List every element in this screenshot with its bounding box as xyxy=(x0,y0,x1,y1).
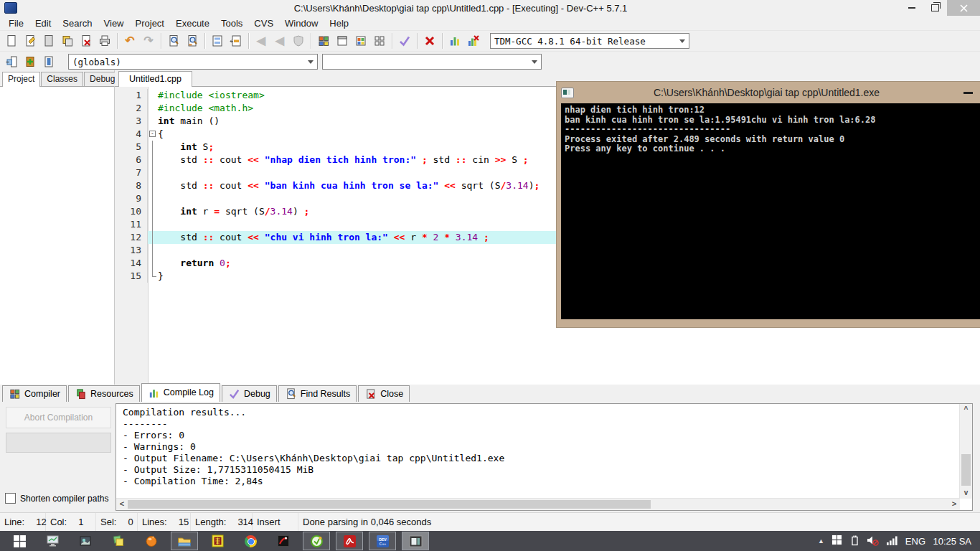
console-window[interactable]: C:\Users\Khánh\Desktop\giai tap cpp\Unti… xyxy=(556,81,980,328)
menu-cvs[interactable]: CVS xyxy=(248,17,279,30)
menu-view[interactable]: View xyxy=(98,17,130,30)
close-icon xyxy=(364,387,377,400)
insert-button[interactable] xyxy=(2,53,21,70)
fold-marker xyxy=(148,141,158,154)
panel-tab-classes[interactable]: Classes xyxy=(41,72,83,86)
find-button[interactable] xyxy=(164,32,183,50)
menu-file[interactable]: File xyxy=(3,17,29,30)
compiler-select[interactable]: TDM-GCC 4.8.1 64-bit Release xyxy=(490,33,689,49)
chevron-down-icon xyxy=(679,39,685,46)
scroll-up-icon[interactable]: ^ xyxy=(960,404,972,415)
console-titlebar[interactable]: C:\Users\Khánh\Desktop\giai tap cpp\Unti… xyxy=(557,82,980,103)
taskbar-item-explorer[interactable] xyxy=(171,532,198,550)
taskbar-item-media[interactable] xyxy=(270,532,297,550)
vertical-scroll-thumb[interactable] xyxy=(961,454,971,486)
fold-marker xyxy=(148,102,158,115)
start-button[interactable] xyxy=(6,532,33,550)
compile-log-output[interactable]: Compilation results...--------- Errors: … xyxy=(116,403,973,511)
report-tab-resources[interactable]: Resources xyxy=(68,385,140,402)
abort-compilation-button[interactable]: Abort Compilation xyxy=(6,407,111,428)
taskbar-item-devcpp[interactable]: DEVC++ xyxy=(369,532,396,550)
scroll-down-icon[interactable]: v xyxy=(960,487,972,499)
panel-tab-project[interactable]: Project xyxy=(2,72,40,87)
menu-window[interactable]: Window xyxy=(279,17,324,30)
scroll-right-icon[interactable]: > xyxy=(948,499,960,510)
add-bookmark-button[interactable] xyxy=(21,53,39,70)
menu-help[interactable]: Help xyxy=(324,17,354,30)
tray-volume-muted-icon[interactable] xyxy=(867,534,879,548)
taskbar-item-coccoc[interactable] xyxy=(138,532,165,550)
taskbar-item-console[interactable] xyxy=(402,532,429,550)
globals-select[interactable]: (globals) xyxy=(68,54,318,70)
console-output[interactable]: nhap dien tich hinh tron:12ban kinh cua … xyxy=(561,103,980,319)
menu-edit[interactable]: Edit xyxy=(29,17,57,30)
save-all-button[interactable] xyxy=(58,32,77,50)
close-button[interactable] xyxy=(947,0,980,16)
taskbar-item-acrobat[interactable] xyxy=(336,532,363,550)
tray-windows-icon[interactable] xyxy=(831,534,842,547)
menu-project[interactable]: Project xyxy=(130,17,170,30)
new-source-button[interactable] xyxy=(2,32,21,50)
run-button[interactable] xyxy=(420,32,439,50)
members-select[interactable] xyxy=(322,54,542,70)
compile-log-icon xyxy=(148,387,160,399)
taskbar-item-photos[interactable] xyxy=(72,532,99,550)
abort-button[interactable] xyxy=(289,32,308,50)
open-button[interactable] xyxy=(21,32,39,50)
tray-expand-icon[interactable]: ▲ xyxy=(818,537,824,545)
close-file-button[interactable] xyxy=(77,32,95,50)
horizontal-scroll-thumb[interactable] xyxy=(128,500,651,509)
compile-button[interactable] xyxy=(395,32,414,50)
taskbar-item-notes[interactable] xyxy=(105,532,132,550)
tray-clock[interactable]: 10:25 SA xyxy=(933,536,971,547)
project-options-button[interactable] xyxy=(370,32,389,50)
compile-run-button[interactable] xyxy=(446,32,464,50)
menu-execute[interactable]: Execute xyxy=(170,17,215,30)
tray-battery-icon[interactable] xyxy=(849,534,859,548)
restore-button[interactable] xyxy=(923,0,947,16)
log-vertical-scrollbar[interactable]: ^ v xyxy=(959,404,972,499)
tray-network-icon[interactable] xyxy=(886,534,898,548)
new-project-button[interactable] xyxy=(314,32,333,50)
code-text: std :: cout << "chu vi hinh tron la:" <<… xyxy=(158,231,489,244)
redo-button[interactable]: ↷ xyxy=(139,32,158,50)
toggle-panel-button[interactable] xyxy=(39,53,58,70)
menu-search[interactable]: Search xyxy=(57,17,98,30)
remove-from-project-button[interactable] xyxy=(333,32,352,50)
back-button[interactable]: ◀ xyxy=(252,32,270,50)
undo-button[interactable]: ↶ xyxy=(121,32,139,50)
print-button[interactable] xyxy=(95,32,114,50)
minimize-button[interactable] xyxy=(900,0,923,16)
console-minimize-icon[interactable] xyxy=(963,92,973,94)
swap-header-source-button[interactable] xyxy=(227,32,245,50)
line-number: 11 xyxy=(115,218,148,231)
shorten-paths-checkbox[interactable] xyxy=(5,493,16,504)
editor-tab-untitled1[interactable]: Untitled1.cpp xyxy=(118,71,192,87)
goto-function-button[interactable] xyxy=(208,32,227,50)
save-button[interactable] xyxy=(39,32,58,50)
report-tab-compiler[interactable]: Compiler xyxy=(2,385,67,402)
fold-marker xyxy=(148,179,158,192)
report-tab-compile-log[interactable]: Compile Log xyxy=(141,383,220,402)
scroll-left-icon[interactable]: < xyxy=(116,499,128,510)
project-panel-body[interactable] xyxy=(0,87,114,385)
taskbar-item-chrome[interactable] xyxy=(237,532,264,550)
taskbar-item-idm[interactable] xyxy=(303,532,330,550)
code-text: std :: cout << "ban kinh cua hinh tron s… xyxy=(158,179,540,192)
log-horizontal-scrollbar[interactable]: < > xyxy=(116,498,960,510)
line-number: 15 xyxy=(115,270,148,283)
fold-marker[interactable]: - xyxy=(148,128,158,141)
project-properties-button[interactable] xyxy=(352,32,370,50)
report-tab-debug[interactable]: Debug xyxy=(222,385,277,402)
report-tab-find-results[interactable]: Find Results xyxy=(278,385,357,402)
replace-button[interactable] xyxy=(183,32,202,50)
menu-tools[interactable]: Tools xyxy=(215,17,248,30)
taskbar-item-dictionary[interactable] xyxy=(204,532,231,550)
tray-language[interactable]: ENG xyxy=(905,536,925,547)
fold-marker xyxy=(148,205,158,218)
code-text: { xyxy=(158,128,164,141)
forward-button[interactable]: ◀ xyxy=(270,32,289,50)
report-tab-close[interactable]: Close xyxy=(358,385,410,402)
rebuild-button[interactable] xyxy=(464,32,483,50)
taskbar-item-taskmgr[interactable] xyxy=(39,532,66,550)
